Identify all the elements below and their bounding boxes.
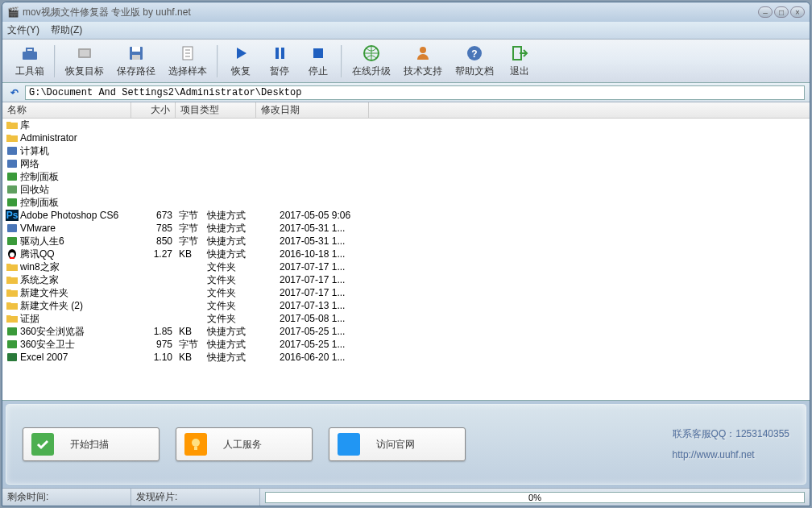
file-row[interactable]: 控制面板	[2, 170, 810, 183]
file-icon	[6, 132, 19, 144]
file-row[interactable]: VMware785字节快捷方式2017-05-31 1...	[2, 222, 810, 235]
exit-icon	[510, 44, 529, 63]
file-row[interactable]: Administrator	[2, 131, 810, 144]
stop-button[interactable]: 停止	[299, 42, 338, 80]
separator	[54, 45, 56, 77]
recover-button[interactable]: 恢复	[222, 42, 260, 80]
file-row[interactable]: 回收站	[2, 183, 810, 196]
menu-file[interactable]: 文件(Y)	[7, 23, 39, 37]
file-row[interactable]: 系统之家文件夹2017-07-17 1...	[2, 273, 810, 286]
file-row[interactable]: 控制面板	[2, 196, 810, 209]
save-icon	[126, 44, 146, 63]
svg-rect-9	[281, 48, 284, 59]
file-icon	[6, 158, 19, 169]
file-name: Adobe Photoshop CS6	[20, 210, 118, 221]
file-type: 快捷方式	[204, 235, 276, 248]
file-date: 2017-05-25 1...	[276, 339, 389, 350]
web-icon	[338, 433, 360, 456]
file-unit: KB	[176, 248, 204, 260]
file-row[interactable]: 腾讯QQ1.27KB快捷方式2016-10-18 1...	[2, 248, 810, 260]
svg-rect-10	[313, 48, 323, 58]
file-icon	[6, 184, 19, 195]
manual-button[interactable]: 人工服务	[176, 427, 313, 461]
svg-rect-0	[23, 52, 37, 60]
file-name: 新建文件夹 (2)	[20, 299, 83, 313]
pause-icon	[270, 44, 289, 63]
file-date: 2017-07-13 1...	[276, 300, 389, 311]
website-button[interactable]: 访问官网	[329, 427, 466, 461]
file-date: 2016-06-20 1...	[276, 352, 389, 363]
file-icon	[6, 223, 19, 234]
file-date: 2017-05-31 1...	[276, 235, 389, 247]
file-row[interactable]: win8之家文件夹2017-07-17 1...	[2, 260, 810, 273]
file-type: 文件夹	[204, 299, 276, 313]
toolbox-icon	[20, 44, 39, 63]
svg-rect-24	[7, 237, 17, 245]
file-row[interactable]: 驱动人生6850字节快捷方式2017-05-31 1...	[2, 235, 810, 248]
file-size: 1.27	[131, 248, 176, 260]
file-row[interactable]: 新建文件夹 (2)文件夹2017-07-13 1...	[2, 299, 810, 312]
file-list[interactable]: 库Administrator计算机网络控制面板回收站控制面板PsAdobe Ph…	[2, 119, 810, 401]
col-size[interactable]: 大小	[131, 102, 176, 118]
exit-button[interactable]: 退出	[500, 42, 539, 80]
pause-button[interactable]: 暂停	[260, 42, 299, 80]
file-row[interactable]: Excel 20071.10KB快捷方式2016-06-20 1...	[2, 351, 810, 364]
file-row[interactable]: 计算机	[2, 144, 810, 157]
close-button[interactable]: ×	[790, 6, 805, 18]
progress-bar: 0%	[265, 492, 805, 503]
file-icon	[6, 326, 19, 337]
target-button[interactable]: 恢复目标	[59, 42, 110, 80]
support-button[interactable]: 技术支持	[397, 42, 449, 80]
file-name: VMware	[20, 223, 56, 234]
upgrade-button[interactable]: 在线升级	[346, 42, 397, 80]
app-icon: 🎬	[7, 6, 19, 18]
file-icon	[6, 235, 19, 247]
file-unit: 字节	[176, 338, 204, 352]
path-input[interactable]	[25, 85, 805, 100]
file-unit: KB	[176, 352, 204, 363]
contact-url: http://www.uuhf.net	[673, 444, 789, 465]
file-date: 2017-05-31 1...	[276, 223, 389, 234]
file-name: 新建文件夹	[20, 286, 68, 300]
svg-rect-28	[7, 340, 17, 348]
file-date: 2017-07-17 1...	[276, 274, 389, 285]
sample-button[interactable]: 选择样本	[162, 42, 213, 80]
file-row[interactable]: 360安全浏览器1.85KB快捷方式2017-05-25 1...	[2, 325, 810, 338]
file-icon	[6, 313, 19, 324]
file-row[interactable]: 新建文件夹文件夹2017-07-17 1...	[2, 286, 810, 299]
file-name: 计算机	[20, 144, 49, 158]
svg-rect-23	[7, 224, 17, 232]
main-window: 🎬 mov视频文件修复器 专业版 by uuhf.net – □ × 文件(Y)…	[2, 2, 810, 506]
titlebar[interactable]: 🎬 mov视频文件修复器 专业版 by uuhf.net – □ ×	[2, 2, 810, 22]
scan-button[interactable]: 开始扫描	[23, 427, 160, 461]
window-controls: – □ ×	[758, 6, 805, 18]
file-type: 快捷方式	[204, 325, 276, 339]
file-type: 快捷方式	[204, 338, 276, 352]
file-row[interactable]: 网络	[2, 157, 810, 170]
file-size: 1.10	[131, 352, 176, 363]
svg-text:Ps: Ps	[6, 210, 19, 221]
col-date[interactable]: 修改日期	[256, 102, 369, 118]
back-button[interactable]: ↶	[7, 85, 22, 100]
file-row[interactable]: 库	[2, 119, 810, 131]
file-row[interactable]: 证据文件夹2017-05-08 1...	[2, 312, 810, 325]
svg-rect-20	[7, 198, 17, 206]
svg-rect-27	[7, 327, 17, 335]
maximize-button[interactable]: □	[774, 6, 789, 18]
col-type[interactable]: 项目类型	[176, 102, 256, 118]
menu-help[interactable]: 帮助(Z)	[51, 23, 82, 37]
file-type: 快捷方式	[204, 351, 276, 364]
file-icon	[6, 339, 19, 350]
file-row[interactable]: PsAdobe Photoshop CS6673字节快捷方式2017-05-05…	[2, 209, 810, 222]
file-size: 1.85	[131, 326, 176, 337]
col-name[interactable]: 名称	[2, 102, 131, 118]
svg-point-26	[10, 252, 14, 257]
svg-rect-16	[7, 147, 17, 155]
toolbox-button[interactable]: 工具箱	[9, 42, 51, 80]
helpdoc-button[interactable]: ? 帮助文档	[449, 42, 500, 80]
file-icon	[6, 261, 19, 273]
minimize-button[interactable]: –	[758, 6, 773, 18]
file-row[interactable]: 360安全卫士975字节快捷方式2017-05-25 1...	[2, 338, 810, 351]
file-name: 控制面板	[20, 196, 59, 210]
savepath-button[interactable]: 保存路径	[110, 42, 162, 80]
